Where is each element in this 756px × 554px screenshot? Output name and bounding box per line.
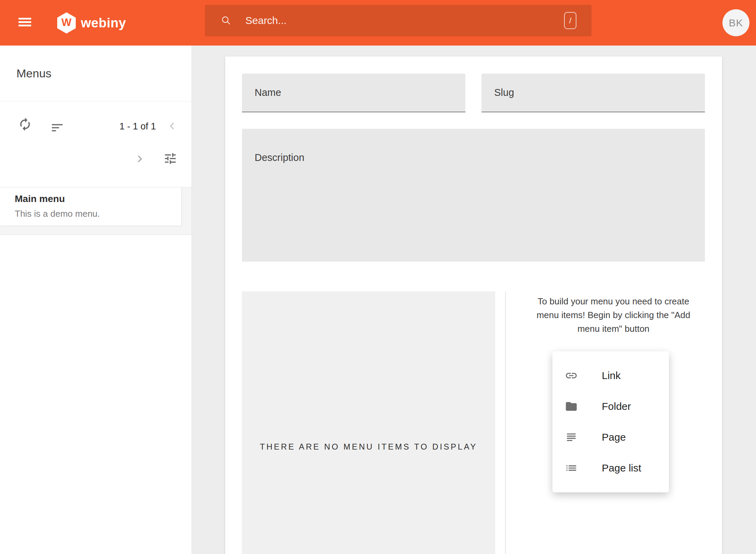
name-field-label: Name: [255, 87, 281, 98]
folder-icon: [565, 400, 578, 413]
dropdown-item-label: Page list: [602, 462, 641, 474]
menu-name: Main menu: [15, 193, 181, 204]
webiny-hexagon-icon: W: [57, 12, 76, 34]
pagination-label: 1 - 1 of 1: [119, 121, 156, 132]
main-content: Name Slug Description THERE ARE NO MENU …: [192, 46, 756, 554]
dropdown-item-label: Folder: [602, 401, 631, 412]
webiny-logo[interactable]: W webiny: [57, 12, 126, 34]
filter-tune-icon[interactable]: [163, 151, 178, 166]
app-bar: W webiny Search... / BK: [0, 0, 756, 46]
search-input[interactable]: Search...: [245, 15, 286, 26]
logo-initial: W: [61, 16, 71, 29]
list-toolbar: 1 - 1 of 1: [0, 101, 192, 187]
dropdown-item-link[interactable]: Link: [552, 360, 669, 391]
dropdown-item-page[interactable]: Page: [552, 422, 669, 453]
page-icon: [565, 431, 578, 444]
menu-form-card: Name Slug Description THERE ARE NO MENU …: [225, 56, 722, 554]
empty-state-message: THERE ARE NO MENU ITEMS TO DISPLAY: [242, 442, 495, 452]
name-field[interactable]: Name: [242, 74, 465, 112]
add-menu-item-dropdown: Link Folder Page: [552, 351, 669, 492]
page-title: Menus: [16, 67, 51, 80]
slug-field[interactable]: Slug: [481, 74, 705, 112]
vertical-divider: [505, 291, 506, 554]
chevron-right-icon[interactable]: [133, 152, 147, 166]
chevron-left-icon[interactable]: [165, 119, 179, 133]
brand-wordmark: webiny: [81, 16, 126, 30]
menus-sidebar: Menus 1 - 1 of 1: [0, 46, 192, 554]
description-field[interactable]: Description: [242, 129, 705, 262]
search-shortcut-key: /: [564, 12, 576, 29]
user-avatar[interactable]: BK: [722, 9, 749, 36]
dropdown-item-page-list[interactable]: Page list: [552, 453, 669, 483]
menus-list: Main menu This is a demo menu.: [0, 187, 192, 235]
page-list-icon: [565, 462, 578, 475]
global-search-bar[interactable]: Search... /: [205, 5, 592, 36]
builder-helper-text: To build your menu you need to create me…: [533, 294, 694, 336]
dropdown-item-label: Link: [602, 370, 621, 381]
sort-icon[interactable]: [50, 121, 64, 135]
slug-field-label: Slug: [494, 87, 514, 98]
menu-description: This is a demo menu.: [15, 209, 181, 219]
menu-items-empty-panel: THERE ARE NO MENU ITEMS TO DISPLAY: [242, 291, 495, 554]
dropdown-item-folder[interactable]: Folder: [552, 391, 669, 422]
list-item-main-menu[interactable]: Main menu This is a demo menu.: [0, 187, 181, 226]
search-icon: [221, 15, 232, 26]
hamburger-menu-icon[interactable]: [19, 18, 31, 26]
dropdown-item-label: Page: [602, 431, 626, 443]
sidebar-header: Menus: [0, 46, 192, 101]
link-icon: [565, 369, 578, 382]
description-field-label: Description: [255, 152, 304, 163]
webiny-admin-app: W webiny Search... / BK Menus: [0, 0, 756, 554]
refresh-icon[interactable]: [18, 117, 32, 131]
